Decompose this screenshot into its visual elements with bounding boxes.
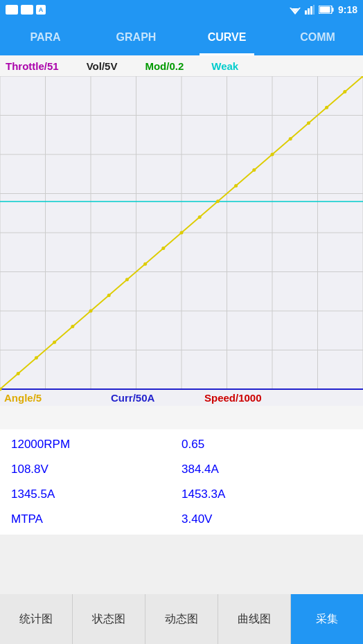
label-mod: Mod/0.2: [145, 60, 184, 72]
label-throttle: Throttle/51: [6, 60, 59, 72]
status-right-icons: 9:18: [290, 4, 357, 15]
battery-icon: [319, 6, 334, 14]
bottom-nav-curve[interactable]: 曲线图: [218, 594, 291, 644]
status-bar: A 9:18: [0, 0, 363, 19]
data-voltage: 108.8V: [11, 458, 182, 481]
bottom-nav-collect[interactable]: 采集: [291, 594, 363, 644]
svg-rect-6: [313, 5, 315, 15]
status-left-icons: A: [6, 5, 46, 15]
tab-curve[interactable]: CURVE: [182, 19, 272, 55]
time-display: 9:18: [338, 4, 357, 15]
tab-para[interactable]: PARA: [0, 19, 91, 55]
data-section: 12000RPM 0.65 108.8V 384.4A 1345.5A 1453…: [0, 429, 363, 535]
bottom-nav: 统计图 状态图 动态图 曲线图 采集: [0, 594, 363, 644]
chart-canvas-wrapper: [0, 76, 363, 406]
tab-graph[interactable]: GRAPH: [91, 19, 182, 55]
bottom-nav-statistics[interactable]: 统计图: [0, 594, 73, 644]
svg-rect-3: [305, 10, 307, 15]
chart-container: Throttle/51 Vol/5V Mod/0.2 Weak: [0, 55, 363, 429]
status-icon-1: [6, 5, 18, 15]
data-mtpa: MTPA: [11, 508, 182, 530]
svg-rect-5: [310, 6, 312, 15]
tab-comm[interactable]: COMM: [272, 19, 363, 55]
data-voltage2: 3.40V: [182, 508, 352, 530]
signal-icon: [305, 5, 315, 15]
chart-canvas: [0, 76, 363, 406]
wifi-icon: [290, 5, 301, 15]
data-current3: 1453.3A: [182, 483, 352, 506]
label-weak: Weak: [211, 60, 238, 72]
data-current1: 384.4A: [182, 458, 352, 481]
nav-tabs: PARA GRAPH CURVE COMM: [0, 19, 363, 55]
svg-rect-4: [308, 8, 310, 15]
svg-rect-8: [332, 8, 333, 12]
bottom-nav-status[interactable]: 状态图: [73, 594, 145, 644]
status-icon-a: A: [36, 5, 46, 15]
bottom-nav-dynamic[interactable]: 动态图: [145, 594, 218, 644]
chart-labels-top: Throttle/51 Vol/5V Mod/0.2 Weak: [0, 55, 363, 76]
data-rpm: 12000RPM: [11, 433, 182, 456]
data-065: 0.65: [182, 433, 352, 456]
label-vol: Vol/5V: [87, 60, 118, 72]
data-current2: 1345.5A: [11, 483, 182, 506]
status-icon-2: [21, 5, 33, 15]
svg-rect-9: [319, 7, 330, 13]
